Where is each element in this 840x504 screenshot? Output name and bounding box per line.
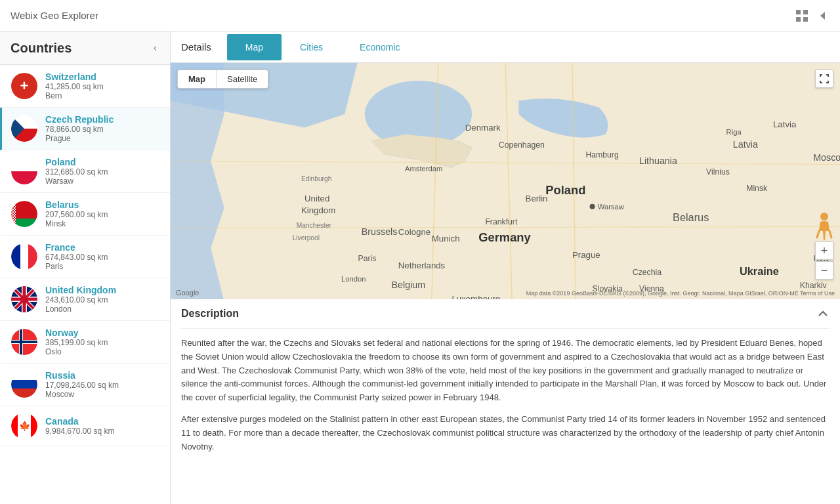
svg-text:United: United	[304, 194, 329, 203]
svg-rect-9	[11, 158, 37, 171]
country-info: United Kingdom243,610.00 sq kmLondon	[45, 285, 116, 314]
svg-rect-17	[11, 201, 16, 227]
svg-text:Lithuania: Lithuania	[639, 156, 677, 167]
map-container: Poland Germany Belarus Lithuania Latvia …	[171, 63, 840, 299]
map-copyright: Map data ©2019 GeoBasis-DE/BKG (©2009), …	[526, 290, 835, 297]
country-name: Poland	[45, 157, 108, 167]
country-area: 243,610.00 sq km	[45, 295, 116, 304]
grid-icon[interactable]	[795, 9, 808, 22]
svg-text:Belgium: Belgium	[392, 280, 426, 290]
country-info: France674,843.00 sq kmParis	[45, 242, 108, 271]
street-view-button[interactable]	[815, 211, 833, 240]
svg-text:Riga: Riga	[726, 128, 742, 136]
svg-rect-44	[11, 413, 18, 439]
country-capital: Bern	[45, 91, 104, 100]
country-name: Czech Republic	[45, 114, 114, 125]
description-header: Description	[181, 299, 830, 329]
svg-text:Latvia: Latvia	[773, 119, 797, 129]
svg-rect-40	[11, 380, 37, 389]
tab-economic[interactable]: Economic	[341, 34, 418, 60]
person-icon	[815, 211, 833, 240]
svg-text:Kharkiv: Kharkiv	[800, 281, 828, 290]
country-item[interactable]: United Kingdom243,610.00 sq kmLondon	[0, 278, 170, 321]
country-info: Canada9,984,670.00 sq km	[45, 416, 114, 436]
svg-text:Prague: Prague	[572, 250, 600, 260]
svg-text:Denmark: Denmark	[465, 123, 501, 133]
svg-point-94	[820, 213, 828, 220]
tab-cities[interactable]: Cities	[282, 34, 341, 60]
svg-rect-37	[11, 341, 37, 343]
sidebar-collapse-button[interactable]: ‹	[151, 39, 159, 56]
svg-text:Hamburg: Hamburg	[585, 150, 619, 159]
map-type-map-button[interactable]: Map	[178, 70, 217, 88]
country-info: Czech Republic78,866.00 sq kmPrague	[45, 114, 114, 143]
country-name: Canada	[45, 416, 114, 427]
svg-text:Liverpool: Liverpool	[293, 234, 320, 242]
tab-bar: Details Map Cities Economic	[171, 32, 840, 63]
country-capital: Warsaw	[45, 177, 108, 186]
description-section: Description Reunited after the war, the …	[171, 299, 840, 504]
svg-text:Brussels: Brussels	[362, 226, 398, 237]
country-area: 385,199.00 sq km	[45, 338, 108, 347]
country-name: Russia	[45, 370, 119, 381]
country-item[interactable]: Norway385,199.00 sq kmOslo	[0, 321, 170, 364]
country-name: Norway	[45, 327, 108, 338]
svg-rect-0	[796, 10, 801, 14]
svg-text:Kingdom: Kingdom	[301, 205, 335, 215]
arrow-left-icon[interactable]	[816, 9, 830, 22]
svg-text:Amsterdam: Amsterdam	[405, 165, 442, 173]
svg-text:London: London	[341, 275, 366, 283]
svg-rect-45	[31, 413, 37, 439]
map-fullscreen-button[interactable]	[815, 70, 833, 88]
country-info: Poland312,685.00 sq kmWarsaw	[45, 157, 108, 186]
country-name: France	[45, 242, 108, 253]
tab-map[interactable]: Map	[227, 34, 282, 60]
svg-text:Ukraine: Ukraine	[740, 265, 779, 277]
description-collapse-icon[interactable]	[816, 307, 830, 320]
map-type-satellite-button[interactable]: Satellite	[217, 70, 268, 88]
svg-text:Berlin: Berlin	[526, 194, 548, 203]
svg-text:🍁: 🍁	[19, 421, 31, 432]
country-item[interactable]: 🍁Canada9,984,670.00 sq km	[0, 406, 170, 446]
country-area: 674,843.00 sq km	[45, 253, 108, 262]
country-item[interactable]: France674,843.00 sq kmParis	[0, 236, 170, 278]
description-paragraph: Reunited after the war, the Czechs and S…	[181, 337, 830, 405]
svg-text:Minsk: Minsk	[746, 184, 768, 193]
country-info: Russia17,098,246.00 sq kmMoscow	[45, 370, 119, 399]
description-title: Description	[181, 308, 239, 320]
country-capital: Paris	[45, 262, 108, 271]
country-info: Norway385,199.00 sq kmOslo	[45, 327, 108, 356]
country-capital: London	[45, 304, 116, 314]
topbar: Webix Geo Explorer	[0, 0, 840, 32]
country-item[interactable]: Belarus207,560.00 sq kmMinsk	[0, 193, 170, 236]
svg-text:Belarus: Belarus	[673, 211, 709, 223]
sidebar: Countries ‹ +Switzerland41,285.00 sq kmB…	[0, 32, 171, 504]
svg-text:Paris: Paris	[358, 254, 377, 263]
svg-text:Netherlands: Netherlands	[398, 261, 446, 270]
details-label: Details	[181, 41, 211, 52]
country-item[interactable]: Russia17,098,246.00 sq kmMoscow	[0, 364, 170, 406]
country-area: 78,866.00 sq km	[45, 125, 114, 134]
country-area: 312,685.00 sq km	[45, 167, 108, 177]
svg-text:Luxembourg: Luxembourg	[452, 294, 500, 299]
svg-rect-2	[796, 17, 801, 22]
country-item[interactable]: Poland312,685.00 sq kmWarsaw	[0, 150, 170, 193]
country-name: Belarus	[45, 200, 108, 210]
country-item[interactable]: Czech Republic78,866.00 sq kmPrague	[0, 108, 170, 150]
map-zoom-out-button[interactable]: −	[815, 261, 833, 280]
country-area: 17,098,246.00 sq km	[45, 381, 119, 390]
app-title: Webix Geo Explorer	[10, 10, 98, 21]
country-capital: Minsk	[45, 219, 108, 228]
svg-text:Poland: Poland	[545, 183, 585, 197]
svg-rect-21	[28, 243, 37, 270]
map-zoom-in-button[interactable]: +	[815, 242, 833, 260]
topbar-actions	[795, 9, 830, 22]
svg-rect-39	[11, 371, 37, 381]
country-item[interactable]: +Switzerland41,285.00 sq kmBern	[0, 65, 170, 108]
country-name: United Kingdom	[45, 285, 116, 295]
sidebar-title: Countries	[10, 41, 72, 56]
svg-rect-3	[803, 17, 808, 22]
country-area: 207,560.00 sq km	[45, 210, 108, 219]
map-svg: Poland Germany Belarus Lithuania Latvia …	[171, 63, 840, 299]
country-capital: Moscow	[45, 390, 119, 399]
